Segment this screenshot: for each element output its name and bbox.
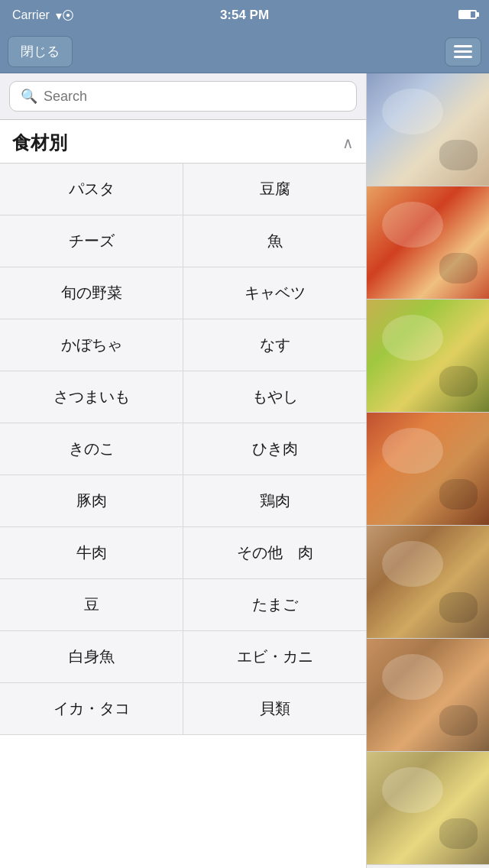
category-cell-left[interactable]: 豆: [0, 579, 183, 630]
category-title: 食材別: [12, 131, 67, 155]
category-cell-left[interactable]: 白身魚: [0, 631, 183, 682]
hamburger-line-2: [454, 50, 472, 53]
close-button[interactable]: 閉じる: [8, 36, 73, 67]
search-icon: 🔍: [21, 88, 37, 105]
category-grid: パスタ豆腐チーズ魚旬の野菜キャベツかぼちゃなすさつまいももやしきのこひき肉豚肉鶏…: [0, 164, 366, 735]
food-image-1[interactable]: [367, 73, 489, 186]
category-cell-right[interactable]: エビ・カニ: [183, 631, 366, 682]
category-row: イカ・タコ貝類: [0, 683, 366, 735]
chevron-up-icon[interactable]: ∧: [342, 134, 354, 152]
category-cell-left[interactable]: さつまいも: [0, 371, 183, 423]
category-row: 豆たまご: [0, 579, 366, 631]
food-image-3[interactable]: [367, 300, 489, 413]
status-left: Carrier ▾⦿: [12, 8, 74, 23]
hamburger-line-1: [454, 45, 472, 47]
category-cell-right[interactable]: 貝類: [183, 683, 366, 734]
category-cell-left[interactable]: かぼちゃ: [0, 319, 183, 371]
category-row: かぼちゃなす: [0, 319, 366, 371]
category-cell-right[interactable]: もやし: [183, 371, 366, 423]
category-cell-right[interactable]: たまご: [183, 579, 366, 630]
category-cell-left[interactable]: 豚肉: [0, 475, 183, 526]
battery-status: [458, 8, 477, 22]
status-bar: Carrier ▾⦿ 3:54 PM: [0, 0, 489, 31]
category-row: 白身魚エビ・カニ: [0, 631, 366, 683]
category-cell-left[interactable]: きのこ: [0, 423, 183, 474]
main-container: 🔍 食材別 ∧ パスタ豆腐チーズ魚旬の野菜キャベツかぼちゃなすさつまいももやしき…: [0, 73, 489, 868]
category-cell-left[interactable]: 牛肉: [0, 527, 183, 578]
category-cell-left[interactable]: イカ・タコ: [0, 683, 183, 734]
category-cell-right[interactable]: その他 肉: [183, 527, 366, 578]
category-header: 食材別 ∧: [0, 120, 366, 164]
wifi-icon: ▾⦿: [56, 8, 74, 23]
category-row: さつまいももやし: [0, 371, 366, 423]
category-row: パスタ豆腐: [0, 164, 366, 215]
category-cell-right[interactable]: 魚: [183, 215, 366, 267]
status-time: 3:54 PM: [220, 8, 269, 23]
food-image-4[interactable]: [367, 413, 489, 526]
carrier-label: Carrier: [12, 8, 50, 22]
right-panel: [367, 73, 489, 868]
food-image-2[interactable]: [367, 186, 489, 300]
category-cell-left[interactable]: チーズ: [0, 215, 183, 267]
search-input[interactable]: [44, 89, 345, 105]
category-cell-right[interactable]: キャベツ: [183, 267, 366, 319]
menu-button[interactable]: [445, 37, 481, 66]
search-container: 🔍: [0, 73, 366, 120]
category-cell-right[interactable]: 鶏肉: [183, 475, 366, 526]
category-cell-left[interactable]: パスタ: [0, 164, 183, 215]
category-cell-right[interactable]: なす: [183, 319, 366, 371]
category-row: チーズ魚: [0, 215, 366, 267]
search-wrapper: 🔍: [9, 81, 357, 112]
category-cell-right[interactable]: ひき肉: [183, 423, 366, 474]
food-image-7[interactable]: [367, 752, 489, 865]
category-cell-right[interactable]: 豆腐: [183, 164, 366, 215]
food-image-6[interactable]: [367, 639, 489, 752]
category-row: 牛肉その他 肉: [0, 527, 366, 579]
left-panel: 🔍 食材別 ∧ パスタ豆腐チーズ魚旬の野菜キャベツかぼちゃなすさつまいももやしき…: [0, 73, 367, 868]
food-image-5[interactable]: [367, 526, 489, 639]
category-cell-left[interactable]: 旬の野菜: [0, 267, 183, 319]
category-row: 旬の野菜キャベツ: [0, 267, 366, 319]
hamburger-line-3: [454, 56, 472, 58]
category-row: 豚肉鶏肉: [0, 475, 366, 527]
nav-bar: 閉じる: [0, 31, 489, 73]
category-row: きのこひき肉: [0, 423, 366, 475]
